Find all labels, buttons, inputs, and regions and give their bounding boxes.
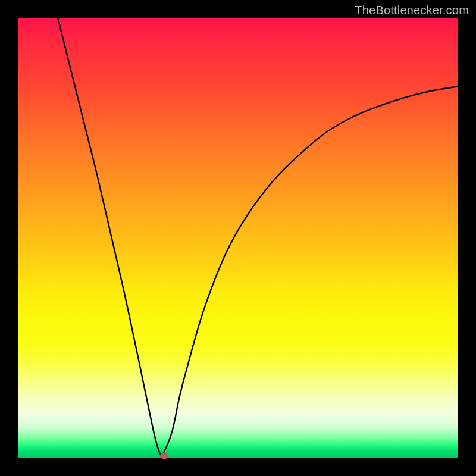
bottleneck-curve bbox=[18, 18, 458, 458]
watermark-text: TheBottlenecker.com bbox=[355, 4, 469, 17]
plot-area bbox=[18, 18, 458, 458]
chart-frame: TheBottlenecker.com bbox=[0, 0, 476, 476]
optimal-point-marker bbox=[160, 453, 168, 459]
